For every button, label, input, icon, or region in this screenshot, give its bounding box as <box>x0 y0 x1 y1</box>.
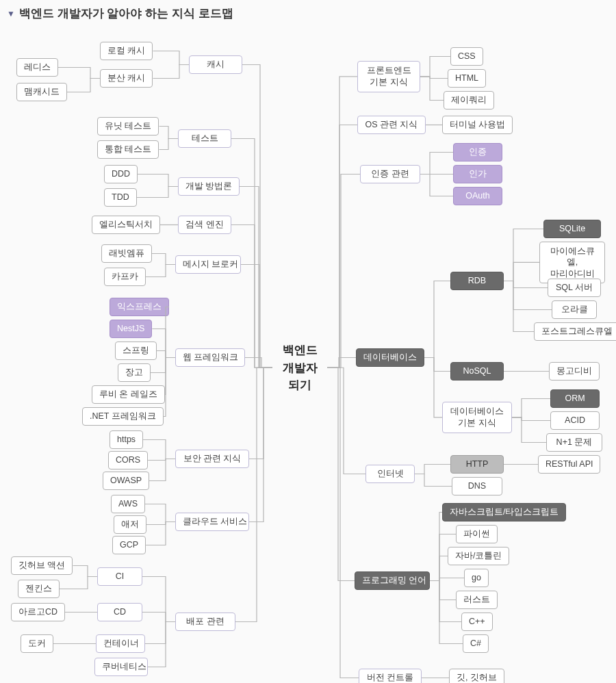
leaf-elastic: 엘리스틱서치 <box>92 216 160 234</box>
leaf-terminal: 터미널 사용법 <box>442 116 513 134</box>
leaf-express: 익스프레스 <box>110 298 169 316</box>
leaf-rust: 러스트 <box>456 591 498 609</box>
mid-vcs: 버전 컨트롤 <box>359 669 422 683</box>
mid-sec: 보안 관련 지식 <box>175 450 249 468</box>
mid-method: 개발 방법론 <box>178 177 240 196</box>
leaf-cpp: C++ <box>461 613 493 631</box>
leaf-dist-cache: 분산 캐시 <box>100 69 153 88</box>
leaf-integ-test: 통합 테스트 <box>97 140 159 159</box>
mid-rdb: RDB <box>450 272 504 290</box>
leaf-owasp: OWASP <box>103 472 149 490</box>
mid-os: OS 관련 지식 <box>357 116 426 134</box>
leaf-local-cache: 로컬 캐시 <box>100 42 153 60</box>
leaf-docker: 도커 <box>21 634 53 653</box>
leaf-git: 깃, 깃허브 <box>449 669 504 683</box>
center-node: 백엔드개발자되기 <box>272 338 327 398</box>
leaf-argo: 아르고CD <box>11 603 65 621</box>
leaf-nestjs: NestJS <box>110 320 152 338</box>
mid-nosql: NoSQL <box>450 362 504 381</box>
mid-inet: 인터넷 <box>365 465 415 483</box>
leaf-java: 자바/코틀린 <box>448 547 509 565</box>
leaf-jsts: 자바스크립트/타입스크립트 <box>442 503 566 521</box>
leaf-acid: ACID <box>550 411 600 430</box>
mid-ci: CI <box>97 567 142 586</box>
leaf-tdd: TDD <box>104 188 137 207</box>
leaf-gha: 깃허브 액션 <box>11 556 73 575</box>
leaf-mongo: 몽고디비 <box>549 362 600 381</box>
mid-cache: 캐시 <box>189 55 242 74</box>
leaf-unit-test: 유닛 테스트 <box>97 117 159 136</box>
leaf-aws: AWS <box>111 495 145 513</box>
leaf-memcached: 맴캐시드 <box>16 83 67 101</box>
leaf-py: 파이썬 <box>456 525 498 543</box>
mid-search: 검색 엔진 <box>178 216 231 234</box>
mid-k8s: 쿠버네티스 <box>94 658 148 676</box>
leaf-orm: ORM <box>550 389 600 408</box>
mid-db-basic: 데이터베이스기본 지식 <box>442 402 512 433</box>
leaf-ror: 루비 온 레일즈 <box>92 385 165 404</box>
roadmap-diagram: 백엔드개발자되기 캐시 테스트 개발 방법론 검색 엔진 메시지 브로커 웹 프… <box>7 27 609 683</box>
mid-web: 웹 프레임워크 <box>175 348 245 367</box>
leaf-spring: 스프링 <box>115 342 157 360</box>
mid-lang: 프로그래밍 언어 <box>355 571 430 590</box>
leaf-http: HTTP <box>450 455 504 474</box>
mid-db: 데이터베이스 <box>356 348 424 367</box>
mid-container: 컨테이너 <box>96 634 145 653</box>
leaf-css: CSS <box>450 47 483 66</box>
mid-deploy: 배포 관련 <box>175 613 235 631</box>
mid-fe: 프론트엔드기본 지식 <box>357 61 420 92</box>
mid-mq: 메시지 브로커 <box>175 255 241 274</box>
leaf-gcp: GCP <box>112 536 146 554</box>
leaf-n1: N+1 문제 <box>546 433 602 452</box>
leaf-dns: DNS <box>452 477 502 495</box>
leaf-redis: 레디스 <box>16 58 58 77</box>
leaf-rabbit: 래빗엠퓨 <box>101 244 152 263</box>
leaf-oauth: OAuth <box>453 187 502 205</box>
leaf-sqlite: SQLite <box>543 220 601 238</box>
mid-cloud: 클라우드 서비스 <box>175 513 249 531</box>
mid-auth: 인증 관련 <box>360 165 420 183</box>
leaf-mssql: SQL 서버 <box>548 279 601 297</box>
collapse-triangle-icon: ▼ <box>7 9 15 18</box>
leaf-jenkins: 젠킨스 <box>18 580 60 598</box>
leaf-postgres: 포스트그레스큐엘 <box>534 322 616 341</box>
leaf-authn: 인증 <box>453 143 502 162</box>
leaf-jquery: 제이쿼리 <box>444 91 494 109</box>
leaf-azure: 애저 <box>114 515 146 534</box>
leaf-cors: CORS <box>108 451 148 469</box>
leaf-ddd: DDD <box>104 165 138 183</box>
leaf-cs: C# <box>463 634 489 653</box>
leaf-rest: RESTful API <box>538 455 600 474</box>
leaf-dotnet: .NET 프레임워크 <box>82 407 164 426</box>
leaf-authz: 인가 <box>453 165 502 183</box>
leaf-django: 장고 <box>118 363 151 382</box>
leaf-go: go <box>464 569 489 587</box>
leaf-kafka: 카프카 <box>104 268 146 286</box>
leaf-mysql: 마이에스큐엘,마리아디비 <box>539 242 605 283</box>
leaf-oracle: 오라클 <box>552 300 597 319</box>
page-title: 백엔드 개발자가 알아야 하는 지식 로드맵 <box>19 5 233 21</box>
leaf-html: HTML <box>448 69 486 88</box>
leaf-https: https <box>110 430 143 449</box>
mid-cd: CD <box>97 603 142 621</box>
mid-test: 테스트 <box>178 129 231 148</box>
